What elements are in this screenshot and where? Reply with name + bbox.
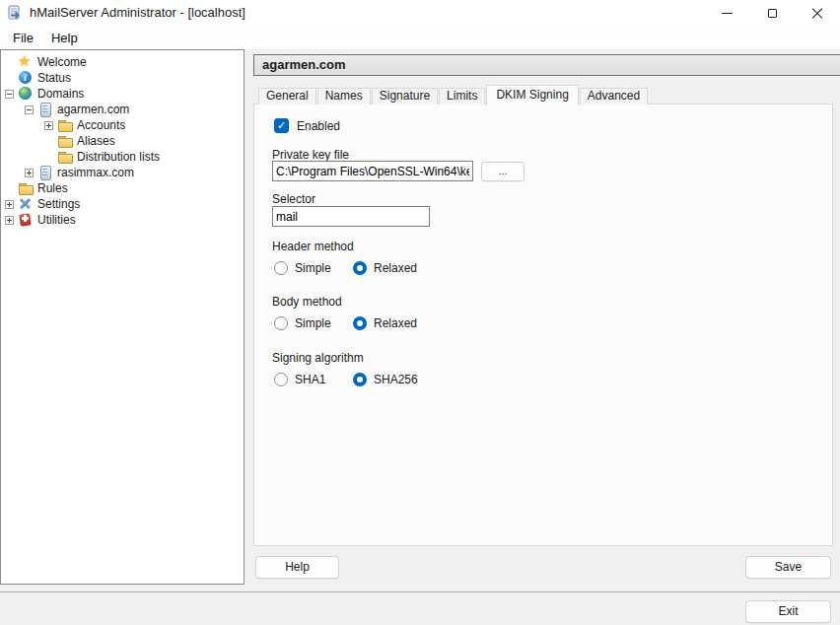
folder-icon — [18, 180, 34, 196]
tree-item-utilities[interactable]: Utilities — [1, 212, 244, 228]
header-method-option-relaxed[interactable]: Relaxed — [353, 261, 432, 275]
expander-spacer — [5, 180, 18, 196]
expander-spacer — [5, 70, 18, 86]
tree-item-welcome[interactable]: Welcome — [1, 54, 244, 70]
menu-file[interactable]: File — [4, 28, 42, 48]
tree-item-status[interactable]: Status — [1, 70, 244, 86]
maximize-icon — [768, 9, 777, 18]
tree-item-label: Utilities — [37, 213, 76, 227]
expander-plus-icon[interactable] — [5, 212, 18, 228]
tree-item-distribution-lists[interactable]: Distribution lists — [1, 149, 244, 165]
signing-algorithm-option-label: SHA256 — [374, 373, 418, 386]
footer — [0, 592, 840, 625]
help-button[interactable]: Help — [255, 556, 339, 579]
tree-item-label: Accounts — [77, 118, 125, 132]
body-method-option-relaxed[interactable]: Relaxed — [353, 316, 432, 330]
header-method-radio-relaxed[interactable] — [353, 261, 367, 275]
tab-advanced[interactable]: Advanced — [580, 88, 648, 104]
expander-minus-icon[interactable] — [5, 86, 18, 102]
tree-item-label: Welcome — [37, 55, 87, 69]
header-method-label: Header method — [254, 240, 806, 253]
private-key-file-label: Private key file — [272, 148, 349, 162]
tree-item-label: rasimmax.com — [57, 166, 134, 179]
expander-plus-icon[interactable] — [25, 165, 37, 180]
save-button[interactable]: Save — [745, 556, 831, 579]
tab-names[interactable]: Names — [317, 88, 371, 104]
tab-signature[interactable]: Signature — [372, 88, 438, 104]
signing-algorithm-label: Signing algorithm — [254, 351, 806, 365]
folder-icon — [57, 117, 73, 133]
info-icon — [18, 70, 34, 86]
tree-item-label: Distribution lists — [77, 150, 160, 164]
app-icon — [7, 5, 23, 21]
server-icon — [37, 102, 53, 117]
tree-item-label: Rules — [37, 181, 68, 195]
expander-minus-icon[interactable] — [25, 102, 37, 117]
star-icon — [18, 54, 34, 70]
menu-bar: FileHelp — [0, 26, 840, 49]
expander-spacer — [44, 149, 57, 165]
body-method-option-simple[interactable]: Simple — [274, 316, 353, 330]
header-method-option-label: Simple — [295, 261, 331, 275]
expander-plus-icon[interactable] — [44, 117, 57, 133]
header-method-radio-simple[interactable] — [274, 261, 288, 275]
expander-spacer — [5, 54, 18, 70]
enabled-label: Enabled — [297, 119, 340, 133]
maximize-button[interactable] — [749, 0, 795, 26]
tree-item-agarmen-com[interactable]: agarmen.com — [1, 102, 244, 117]
close-button[interactable] — [795, 0, 840, 26]
domain-header: agarmen.com — [253, 54, 840, 76]
folder-icon — [57, 133, 73, 149]
body-method-radio-relaxed[interactable] — [353, 316, 367, 330]
selector-label: Selector — [272, 192, 315, 206]
signing-algorithm-radio-sha1[interactable] — [274, 373, 288, 386]
expander-spacer — [44, 133, 57, 149]
expander-plus-icon[interactable] — [5, 196, 18, 212]
body-method-group: Body methodSimpleRelaxed — [254, 295, 806, 330]
dkim-signing-panel: ✓ Enabled Private key file ... Selector … — [253, 104, 833, 546]
exit-button[interactable]: Exit — [745, 600, 831, 623]
tab-general[interactable]: General — [258, 88, 316, 104]
body-method-option-label: Relaxed — [374, 316, 417, 330]
browse-button[interactable]: ... — [481, 162, 525, 181]
tree-item-label: Domains — [37, 87, 84, 101]
tree-item-accounts[interactable]: Accounts — [1, 117, 244, 133]
tree-item-rasimmax-com[interactable]: rasimmax.com — [1, 165, 244, 180]
minimize-button[interactable] — [704, 0, 749, 26]
menu-help[interactable]: Help — [42, 28, 87, 48]
header-method-option-simple[interactable]: Simple — [274, 261, 353, 275]
tree-item-rules[interactable]: Rules — [1, 180, 244, 196]
knife-icon — [18, 212, 34, 228]
title-bar: hMailServer Administrator - [localhost] — [0, 0, 840, 26]
window-controls — [704, 0, 840, 26]
folder-icon — [57, 149, 73, 165]
signing-algorithm-option-sha256[interactable]: SHA256 — [353, 373, 432, 386]
tree-item-label: Aliases — [77, 134, 115, 148]
tree-item-label: agarmen.com — [57, 103, 129, 116]
private-key-file-input[interactable] — [272, 161, 473, 181]
body-method-radio-simple[interactable] — [274, 316, 288, 330]
tab-limits[interactable]: Limits — [439, 88, 485, 104]
header-method-option-label: Relaxed — [374, 261, 417, 275]
signing-algorithm-radio-sha256[interactable] — [353, 373, 367, 386]
window-title: hMailServer Administrator - [localhost] — [30, 0, 245, 26]
body-method-label: Body method — [254, 295, 806, 309]
signing-algorithm-option-sha1[interactable]: SHA1 — [274, 373, 353, 386]
selector-input[interactable] — [272, 206, 430, 227]
tree-item-aliases[interactable]: Aliases — [1, 133, 244, 149]
tree-item-settings[interactable]: Settings — [1, 196, 244, 212]
header-method-group: Header methodSimpleRelaxed — [254, 240, 806, 275]
signing-algorithm-group: Signing algorithmSHA1SHA256 — [254, 351, 806, 386]
tree-item-label: Status — [37, 71, 71, 85]
tab-dkim-signing[interactable]: DKIM Signing — [486, 85, 578, 105]
enabled-checkbox[interactable]: ✓ — [274, 118, 289, 133]
close-icon — [811, 7, 823, 19]
server-icon — [37, 165, 53, 180]
tab-strip: GeneralNamesSignatureLimitsDKIM SigningA… — [258, 87, 649, 104]
body-method-option-label: Simple — [295, 316, 331, 330]
tree-item-domains[interactable]: Domains — [1, 86, 244, 102]
minimize-icon — [722, 13, 733, 14]
signing-algorithm-option-label: SHA1 — [295, 373, 325, 386]
tree-item-label: Settings — [37, 197, 80, 211]
globe-icon — [18, 86, 34, 102]
